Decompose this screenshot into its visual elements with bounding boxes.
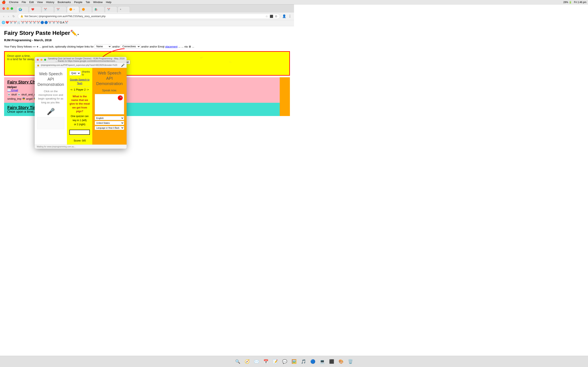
menu-view[interactable]: View <box>37 1 43 4</box>
fav-16[interactable]: G <box>60 21 62 25</box>
mic-red-button[interactable]: 🎤 <box>118 95 123 100</box>
address-right-icons: ☆ ⬛ ⚙ <box>265 15 277 18</box>
tab-7[interactable]: 🛍️ <box>92 6 104 12</box>
fav-9[interactable]: ✂️ <box>33 21 36 25</box>
fav-15[interactable]: ✂️ <box>56 21 60 25</box>
and-or-1: and/or <box>112 45 120 48</box>
maximize-button[interactable] <box>11 7 13 10</box>
back-button[interactable]: ‹ <box>2 14 5 18</box>
menubar: 🍎 Chrome File Edit View History Bookmark… <box>0 0 294 4</box>
country-select[interactable]: United States <box>95 121 124 125</box>
hear-back-select[interactable]: Language or Hear it Back ... Not Applica… <box>95 126 124 130</box>
minimize-button[interactable] <box>7 7 9 10</box>
chrome-tabs: 🌍 ❤️ ✂️ ✂️ 🟠 × 🟠 🛍️ ✂️ + <box>15 5 292 12</box>
menu-chrome[interactable]: Chrome <box>9 1 18 4</box>
popup-title-text: Speaking Quiz (at least on Google Chrome… <box>48 57 125 62</box>
close-button[interactable] <box>2 7 5 10</box>
tab-2[interactable]: ❤️ <box>29 6 41 12</box>
menu-file[interactable]: File <box>22 1 26 4</box>
plus-minus: — + <box>33 45 38 48</box>
fav-18[interactable]: ✂️ <box>65 21 68 25</box>
popup-minimize-button[interactable] <box>40 59 43 61</box>
fav-4[interactable]: ✂️ <box>13 21 17 25</box>
popup-maximize-button[interactable] <box>44 59 46 61</box>
fav-10[interactable]: ✂️ <box>36 21 40 25</box>
fav-11[interactable]: 🔵 <box>40 21 44 25</box>
thanks-text: (thanks to <box>82 70 90 76</box>
fav-1[interactable]: 🌐 <box>2 21 5 25</box>
question-area: What is the name that we give to the mea… <box>69 95 90 113</box>
fav-6[interactable]: ✂️ <box>21 21 25 25</box>
popup-left-textarea[interactable] <box>37 117 64 129</box>
popup-body: Web Speech API Demonstration Click on th… <box>35 68 127 145</box>
fav-3[interactable]: ✂️ <box>9 21 13 25</box>
popup-left-panel: Web Speech API Demonstration Click on th… <box>35 68 67 145</box>
web-speech-title-right: Web Speech API Demonstration <box>95 70 124 86</box>
tab-1[interactable]: 🌍 <box>16 6 29 12</box>
tab-new[interactable]: + <box>118 6 130 12</box>
fav-17[interactable]: A <box>62 21 64 25</box>
language-select[interactable]: English <box>95 116 124 120</box>
browser-toolbar: 🌐 ❤️ ✂️ ✂️ 🛒 ✂️ ✂️ ✂️ ✂️ ✂️ 🔵 🔵 ✂️ ✂️ ✂️… <box>0 20 294 26</box>
fav-14[interactable]: ✂️ <box>52 21 56 25</box>
quizzer-note-2: key in 1 (left) <box>69 119 90 122</box>
web-speech-desc: Click on the microphone icon and begin s… <box>37 90 64 104</box>
refresh-button[interactable]: ↻ <box>12 14 16 18</box>
menu-people[interactable]: People <box>74 1 82 4</box>
tab-8[interactable]: ✂️ <box>105 6 117 12</box>
cast-icon[interactable]: ⬛ <box>270 15 273 18</box>
right-text-area[interactable]: 🎤 <box>95 94 124 114</box>
menu-edit[interactable]: Edit <box>29 1 34 4</box>
via-icon: 🖥 <box>189 45 191 48</box>
google-speech-link[interactable]: Google Speech to Text) <box>70 78 89 85</box>
popup-mic-icon[interactable]: 🎤 <box>121 64 125 67</box>
bookmark-icon[interactable]: ☆ <box>265 15 268 18</box>
fav-8[interactable]: ✂️ <box>29 21 32 25</box>
tab-3[interactable]: ✂️ <box>42 6 54 12</box>
tab-5-active[interactable]: 🟠 × <box>67 6 79 12</box>
popup-close-button[interactable] <box>37 59 39 61</box>
and-or-3: and/or Emoji <box>149 45 164 48</box>
extensions-icon[interactable]: ⚙ <box>275 15 277 18</box>
menu-dots[interactable]: ⋮ <box>288 14 292 18</box>
quizzer-note-3: or 2 (right) <box>69 123 90 126</box>
menu-tab[interactable]: Tab <box>86 1 90 4</box>
quiz-select[interactable]: Quiz <box>69 71 81 75</box>
menu-window[interactable]: Window <box>93 1 103 4</box>
and-or-2: and/or <box>141 45 149 48</box>
fav-7[interactable]: ✂️ <box>25 21 28 25</box>
forward-button[interactable]: › <box>7 14 10 18</box>
fav-12[interactable]: 🔵 <box>44 21 48 25</box>
menu-help[interactable]: Help <box>106 1 112 4</box>
fav-2[interactable]: ❤️ <box>6 21 9 25</box>
menu-bookmarks[interactable]: Bookmarks <box>58 1 71 4</box>
page-subtitle: RJM Programming - March, 2018 <box>4 38 290 42</box>
popup-window: Speaking Quiz (at least on Google Chrome… <box>35 57 127 149</box>
divider-3 <box>69 127 90 127</box>
address-box[interactable]: ⚠️ Not Secure | rjmprogramming.com.au/HT… <box>18 14 280 19</box>
helper-row: Your Fairy Story follows — + ... good lu… <box>4 44 290 49</box>
lock-icon: ⚠️ <box>20 15 23 17</box>
fav-13[interactable]: ✂️ <box>48 21 52 25</box>
placement-link[interactable]: placement <box>165 45 177 48</box>
menu-history[interactable]: History <box>46 1 54 4</box>
popup-titlebar: Speaking Quiz (at least on Google Chrome… <box>35 57 127 63</box>
orange-section <box>280 77 290 116</box>
page-content: Fairy Story Paste Helper✏️. RJM Programm… <box>0 26 294 119</box>
user-icon[interactable]: 👤 <box>282 14 286 18</box>
chrome-window: 🌍 ❤️ ✂️ ✂️ 🟠 × 🟠 🛍️ ✂️ + ‹ › ↻ ⚠️ Not Se… <box>0 4 294 119</box>
microphone-icon-left[interactable]: 🎤 <box>37 108 64 115</box>
quiz-row: Quiz (thanks to <box>69 70 90 76</box>
connectives-select[interactable]: Connectives And But <box>121 44 140 49</box>
answer-input[interactable] <box>69 130 90 135</box>
player-row: <- 1 Player 2 -> <box>69 88 90 91</box>
speak-now: Speak now. <box>95 89 124 92</box>
apple-menu[interactable]: 🍎 <box>2 0 6 4</box>
web-speech-title-left: Web Speech API Demonstration <box>37 71 64 87</box>
tab-6[interactable]: 🟠 <box>80 6 92 12</box>
name-select[interactable]: Name Character <box>95 44 112 49</box>
tab-4[interactable]: ✂️ <box>54 6 67 12</box>
helper-mid-text: ... good luck, optionally clicking helpe… <box>39 45 94 48</box>
popup-addressbar: 🔒 rjmprogramming.com.au/PHP/speech_super… <box>35 63 127 68</box>
fav-5[interactable]: 🛒 <box>17 21 21 25</box>
